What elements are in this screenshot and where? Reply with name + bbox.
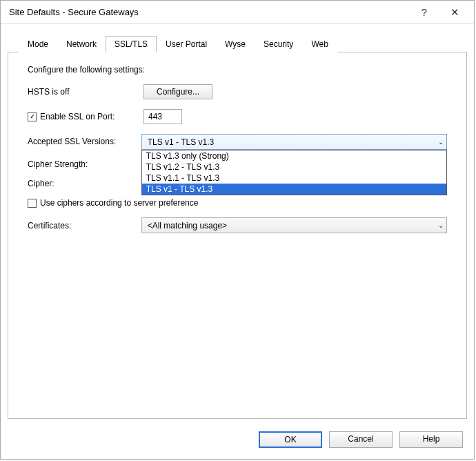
close-button[interactable]: ✕ — [439, 3, 470, 22]
hsts-label: HSTS is off — [28, 87, 143, 97]
help-icon: ? — [422, 6, 427, 18]
tab-mode[interactable]: Mode — [19, 36, 57, 52]
tab-network[interactable]: Network — [57, 36, 106, 52]
tab-ssl-tls[interactable]: SSL/TLS — [106, 36, 157, 52]
use-ciphers-pref-label: Use ciphers according to server preferen… — [40, 198, 198, 208]
ok-button[interactable]: OK — [259, 431, 322, 448]
ssl-port-input[interactable] — [143, 109, 182, 124]
checkmark-icon: ✓ — [30, 113, 35, 120]
cipher-strength-label: Cipher Strength: — [28, 159, 143, 169]
tab-bar: Mode Network SSL/TLS User Portal Wyse Se… — [8, 24, 467, 52]
enable-ssl-checkbox[interactable]: ✓ — [28, 112, 37, 121]
accepted-versions-label: Accepted SSL Versions: — [28, 134, 141, 146]
version-option-2[interactable]: TLS v1.2 - TLS v1.3 — [142, 161, 446, 173]
tab-security[interactable]: Security — [255, 36, 302, 52]
dialog-footer: OK Cancel Help — [1, 426, 474, 459]
certificates-value: <All matching usage> — [148, 221, 227, 230]
version-option-4[interactable]: TLS v1 - TLS v1.3 — [142, 184, 446, 195]
tab-web[interactable]: Web — [302, 36, 337, 52]
certificates-label: Certificates: — [28, 221, 141, 230]
enable-ssl-label: Enable SSL on Port: — [40, 112, 115, 121]
tab-content: Configure the following settings: HSTS i… — [8, 52, 467, 419]
help-footer-button[interactable]: Help — [399, 431, 463, 448]
version-option-3[interactable]: TLS v1.1 - TLS v1.3 — [142, 173, 446, 184]
cancel-button[interactable]: Cancel — [329, 431, 393, 448]
cipher-label: Cipher: — [28, 179, 143, 188]
chevron-down-icon: ⌄ — [438, 138, 444, 146]
tab-user-portal[interactable]: User Portal — [157, 36, 216, 52]
accepted-versions-combo[interactable]: TLS v1 - TLS v1.3 ⌄ TLS v1.3 only (Stron… — [141, 134, 447, 150]
dialog-window: Site Defaults - Secure Gateways ? ✕ Mode… — [0, 0, 475, 460]
configure-button[interactable]: Configure... — [143, 84, 212, 99]
certificates-combo[interactable]: <All matching usage> ⌄ — [141, 217, 447, 233]
use-ciphers-pref-checkbox[interactable]: ✓ — [28, 199, 37, 208]
version-option-1[interactable]: TLS v1.3 only (Strong) — [142, 150, 446, 161]
accepted-versions-dropdown: TLS v1.3 only (Strong) TLS v1.2 - TLS v1… — [141, 150, 447, 195]
accepted-versions-value: TLS v1 - TLS v1.3 — [148, 137, 215, 147]
window-title: Site Defaults - Secure Gateways — [9, 7, 409, 17]
help-button[interactable]: ? — [409, 3, 439, 22]
titlebar: Site Defaults - Secure Gateways ? ✕ — [1, 1, 474, 24]
intro-text: Configure the following settings: — [28, 65, 145, 75]
close-icon: ✕ — [450, 6, 459, 19]
tab-wyse[interactable]: Wyse — [216, 36, 255, 52]
chevron-down-icon: ⌄ — [438, 222, 444, 229]
